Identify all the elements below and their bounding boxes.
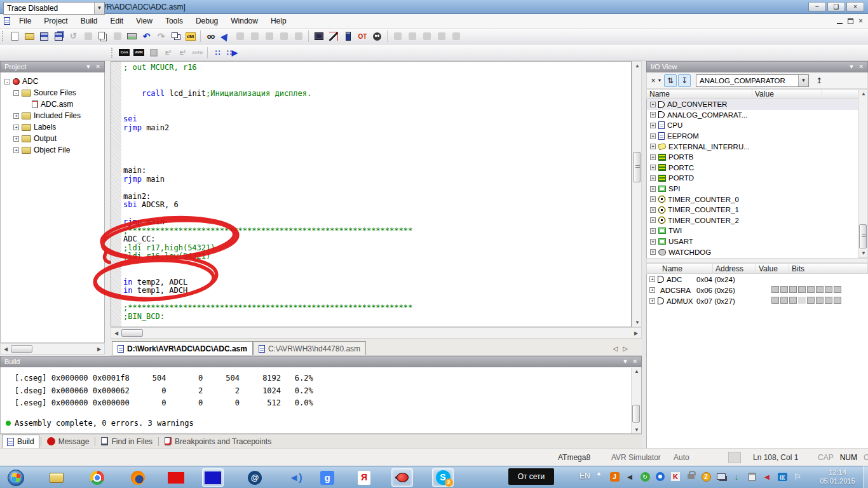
output-tab-message[interactable]: Message (43, 435, 94, 447)
tab-scroll-arrows[interactable]: ◁▷ (613, 345, 633, 352)
output-tab-find-in-files[interactable]: Find in Files (97, 435, 157, 447)
expand-icon[interactable]: + (650, 249, 656, 255)
expand-icon[interactable]: + (650, 112, 656, 118)
editor-code[interactable]: ; out MCUCR, r16 rcall lcd_init;Инициали… (123, 64, 412, 321)
io-tree-item-portc[interactable]: +PORTC (647, 163, 858, 173)
bit-checkbox[interactable] (798, 297, 806, 304)
tray-flag-icon[interactable]: ⚐ (792, 471, 803, 482)
mdi-minimize-icon[interactable] (837, 18, 843, 24)
expand-icon[interactable]: + (650, 239, 656, 245)
expand-icon[interactable]: + (650, 207, 656, 213)
expand-icon[interactable]: + (650, 165, 656, 170)
panel-menu-icon[interactable]: ▼ (623, 358, 628, 365)
qt-button[interactable]: OT (355, 29, 370, 43)
expand-icon[interactable]: + (650, 133, 656, 139)
expand-icon[interactable]: + (650, 175, 656, 181)
expand-icon[interactable]: + (649, 287, 655, 293)
menu-file[interactable]: File (13, 15, 37, 27)
probe-button[interactable] (326, 29, 341, 43)
panel-menu-icon[interactable]: ▼ (86, 64, 92, 70)
column-value[interactable]: Value (752, 90, 822, 98)
expand-icon[interactable]: + (13, 125, 19, 130)
io-toggle-sort-button[interactable]: ⇅ (664, 74, 677, 87)
taskbar-isis-button[interactable] (202, 468, 224, 487)
io-tree-item-watchdog[interactable]: +WATCHDOG (647, 247, 858, 257)
project-tree-item-output[interactable]: +Output (1, 133, 104, 144)
register-row-admux[interactable]: +ADMUX0x07 (0x27) (647, 295, 868, 306)
column-value[interactable]: Value (756, 264, 789, 273)
bit-checkbox[interactable] (807, 286, 815, 293)
scroll-up-icon[interactable]: ▲ (632, 63, 642, 69)
io-clear-button[interactable]: ×▼ (650, 74, 663, 87)
taskbar-explorer-button[interactable] (46, 468, 67, 487)
scroll-thumb[interactable] (11, 345, 32, 353)
io-collapse-button[interactable]: ↥ (813, 74, 825, 87)
taskbar-start-button[interactable] (5, 468, 27, 487)
tray-sync-icon[interactable]: ↻ (639, 471, 651, 482)
tray-kaspersky-icon[interactable]: K (670, 471, 681, 482)
mdi-close-icon[interactable]: × (858, 17, 863, 25)
project-tree-item-object-file[interactable]: +Object File (1, 144, 104, 156)
scroll-thumb[interactable] (633, 152, 641, 182)
bit-checkbox[interactable] (780, 286, 788, 293)
taskbar-clock[interactable]: 12:14 05.01.2015 (815, 468, 860, 485)
bit-checkbox[interactable] (780, 297, 788, 304)
expand-icon[interactable]: + (650, 123, 656, 128)
bit-checkbox[interactable] (825, 297, 832, 304)
open-button[interactable] (22, 29, 37, 43)
scroll-thumb[interactable] (632, 405, 640, 423)
scroll-left-icon[interactable]: ◀ (111, 330, 121, 336)
scroll-down-icon[interactable]: ▼ (632, 320, 642, 325)
menu-tools[interactable]: Tools (159, 15, 189, 27)
print-button[interactable] (125, 29, 139, 43)
maximize-button[interactable]: ❑ (827, 2, 845, 11)
expand-icon[interactable]: + (13, 136, 19, 142)
bit-checkbox[interactable] (789, 286, 797, 293)
io-tree-item-cpu[interactable]: +CPU (647, 120, 858, 131)
taskbar-firefox-button[interactable] (127, 468, 149, 487)
scroll-right-icon[interactable]: ▶ (94, 346, 104, 352)
menu-debug[interactable]: Debug (189, 15, 224, 27)
scroll-right-icon[interactable]: ▶ (631, 330, 641, 336)
expand-icon[interactable]: + (649, 298, 655, 304)
output-tab-build[interactable]: Build (2, 435, 39, 448)
panel-menu-icon[interactable]: ▼ (849, 64, 855, 70)
taskbar-yandex-button[interactable]: Я (353, 468, 375, 487)
scroll-thumb[interactable] (859, 224, 867, 248)
battery-button[interactable] (341, 29, 355, 43)
toolbar-grip[interactable] (111, 48, 114, 58)
expand-icon[interactable]: + (650, 196, 656, 202)
collapse-icon[interactable]: - (13, 90, 19, 96)
io-tree-item-twi[interactable]: +TWI (647, 226, 858, 236)
io-tree-item-ad-converter[interactable]: +AD_CONVERTER (647, 99, 858, 110)
io-tree-item-timer-counter-2[interactable]: +TIMER_COUNTER_2 (647, 215, 858, 226)
trace-combo[interactable]: Trace Disabled ▼ (3, 2, 105, 15)
editor-tab[interactable]: D:\Work\AVR\ADC\ADC\ADC.asm (112, 341, 253, 355)
tray-audio-icon[interactable]: ◄ (761, 471, 773, 482)
bit-checkbox[interactable] (816, 297, 824, 304)
tray-expand-icon[interactable]: ▲ (596, 470, 602, 477)
project-tree-item-labels[interactable]: +Labels (1, 121, 104, 133)
editor-hscrollbar[interactable]: ◀ ▶ (111, 327, 642, 339)
io-tree-item-usart[interactable]: +USART (647, 236, 858, 247)
binoc-button[interactable]: oo (203, 29, 218, 43)
avr-button[interactable]: AVR (132, 46, 146, 60)
mdi-restore-icon[interactable] (848, 18, 853, 24)
io-combo-arrow-icon[interactable]: ▼ (798, 75, 808, 86)
build-output[interactable]: [.cseg] 0x000000 0x0001f8 504 0 504 8192… (0, 367, 642, 434)
copy-button[interactable] (95, 29, 110, 43)
menu-help[interactable]: Help (264, 15, 293, 27)
scroll-up-icon[interactable]: ▲ (632, 369, 642, 374)
panel-splitter[interactable] (642, 61, 646, 448)
taskbar-google-button[interactable]: g (316, 468, 338, 487)
undo-button[interactable]: ↶ (139, 29, 154, 43)
taskbar-chrome-button[interactable] (86, 468, 108, 487)
close-button[interactable]: × (846, 2, 864, 11)
io-tree-item-analog-comparat-[interactable]: +ANALOG_COMPARAT... (647, 110, 858, 121)
expand-icon[interactable]: + (650, 154, 656, 160)
bit-checkbox[interactable] (816, 286, 824, 293)
con-button[interactable]: Con (117, 46, 132, 60)
tray-java-icon[interactable]: J (609, 471, 620, 482)
taskbar-avr-studio-button[interactable] (391, 468, 413, 487)
bit-checkbox[interactable] (834, 286, 841, 293)
